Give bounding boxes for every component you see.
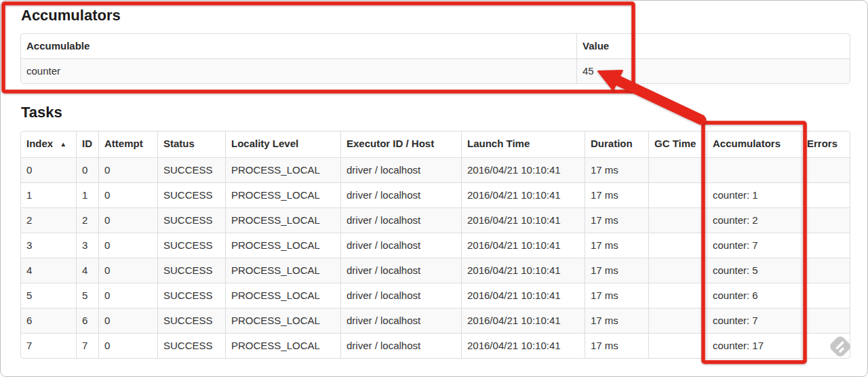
cell-status: SUCCESS (157, 157, 225, 182)
cell-id: 3 (76, 233, 98, 258)
annotation-tool-watermark-icon (827, 333, 854, 360)
column-header-launch-time[interactable]: Launch Time (461, 132, 585, 157)
cell-duration: 17 ms (585, 207, 648, 233)
table-row: 770SUCCESSPROCESS_LOCALdriver / localhos… (21, 333, 850, 358)
cell-duration: 17 ms (585, 333, 648, 358)
cell-status: SUCCESS (157, 308, 225, 333)
cell-accumulable: counter (21, 58, 576, 83)
cell-executor-id-host: driver / localhost (340, 258, 461, 283)
cell-id: 7 (76, 333, 98, 358)
column-header-label: GC Time (654, 138, 696, 149)
cell-gc-time (648, 207, 707, 233)
cell-index: 1 (21, 182, 76, 207)
cell-locality-level: PROCESS_LOCAL (225, 258, 340, 283)
cell-launch-time: 2016/04/21 10:10:41 (461, 233, 585, 258)
cell-index: 7 (21, 333, 76, 358)
column-header-label: Duration (591, 138, 633, 149)
cell-errors (801, 157, 850, 182)
cell-executor-id-host: driver / localhost (340, 157, 461, 182)
cell-index: 5 (21, 283, 76, 308)
column-header-gc-time[interactable]: GC Time (648, 132, 707, 157)
table-row: 440SUCCESSPROCESS_LOCALdriver / localhos… (21, 258, 850, 283)
accumulators-header-row: AccumulableValue (21, 34, 850, 58)
cell-accumulators: counter: 7 (707, 233, 801, 258)
cell-accumulators: counter: 17 (707, 333, 801, 358)
cell-gc-time (648, 157, 707, 182)
cell-index: 3 (21, 233, 76, 258)
column-header-label: Locality Level (231, 138, 298, 149)
column-header-errors[interactable]: Errors (801, 132, 850, 157)
sort-ascending-icon: ▲ (60, 140, 66, 148)
cell-accumulators: counter: 7 (707, 308, 801, 333)
column-header-accumulators[interactable]: Accumulators (707, 132, 801, 157)
cell-attempt: 0 (98, 333, 157, 358)
cell-accumulators: counter: 6 (707, 283, 801, 308)
spark-ui-page: Accumulators AccumulableValue counter45 … (0, 0, 868, 377)
column-header-label: Status (163, 138, 195, 149)
tasks-table: Index▲IDAttemptStatusLocality LevelExecu… (20, 131, 850, 359)
cell-attempt: 0 (98, 157, 157, 182)
column-header-value: Value (576, 34, 850, 58)
cell-id: 0 (76, 157, 98, 182)
cell-executor-id-host: driver / localhost (340, 182, 461, 207)
cell-executor-id-host: driver / localhost (340, 333, 461, 358)
cell-launch-time: 2016/04/21 10:10:41 (461, 207, 585, 233)
cell-locality-level: PROCESS_LOCAL (225, 182, 340, 207)
cell-gc-time (648, 182, 707, 207)
cell-status: SUCCESS (157, 283, 225, 308)
table-row: 110SUCCESSPROCESS_LOCALdriver / localhos… (21, 182, 850, 207)
column-header-executor-id-host[interactable]: Executor ID / Host (340, 132, 461, 157)
column-header-locality-level[interactable]: Locality Level (225, 132, 340, 157)
column-header-label: Executor ID / Host (347, 138, 434, 149)
column-header-duration[interactable]: Duration (585, 132, 648, 157)
cell-gc-time (648, 308, 707, 333)
cell-locality-level: PROCESS_LOCAL (225, 333, 340, 358)
table-row: 000SUCCESSPROCESS_LOCALdriver / localhos… (21, 157, 850, 182)
cell-errors (801, 258, 850, 283)
column-header-label: Launch Time (467, 138, 530, 149)
cell-id: 1 (76, 182, 98, 207)
cell-accumulators: counter: 2 (707, 207, 801, 233)
column-header-accumulable: Accumulable (21, 34, 576, 58)
cell-launch-time: 2016/04/21 10:10:41 (461, 182, 585, 207)
cell-value: 45 (576, 58, 850, 83)
cell-locality-level: PROCESS_LOCAL (225, 283, 340, 308)
cell-executor-id-host: driver / localhost (340, 233, 461, 258)
column-header-label: ID (82, 138, 92, 149)
cell-executor-id-host: driver / localhost (340, 207, 461, 233)
cell-launch-time: 2016/04/21 10:10:41 (461, 283, 585, 308)
column-header-index[interactable]: Index▲ (21, 132, 76, 157)
column-header-label: Accumulable (26, 40, 90, 52)
cell-errors (801, 182, 850, 207)
cell-launch-time: 2016/04/21 10:10:41 (461, 308, 585, 333)
cell-duration: 17 ms (585, 182, 648, 207)
accumulators-section-title: Accumulators (21, 7, 867, 24)
tasks-section-title: Tasks (21, 104, 867, 121)
cell-locality-level: PROCESS_LOCAL (225, 207, 340, 233)
cell-duration: 17 ms (585, 258, 648, 283)
cell-errors (801, 283, 850, 308)
cell-gc-time (648, 333, 707, 358)
cell-id: 4 (76, 258, 98, 283)
cell-errors (801, 207, 850, 233)
column-header-status[interactable]: Status (157, 132, 225, 157)
cell-attempt: 0 (98, 258, 157, 283)
cell-accumulators: counter: 1 (707, 182, 801, 207)
table-row: 550SUCCESSPROCESS_LOCALdriver / localhos… (21, 283, 850, 308)
cell-index: 2 (21, 207, 76, 233)
column-header-label: Index (26, 138, 53, 149)
cell-index: 6 (21, 308, 76, 333)
cell-status: SUCCESS (157, 207, 225, 233)
cell-attempt: 0 (98, 283, 157, 308)
cell-attempt: 0 (98, 207, 157, 233)
column-header-label: Attempt (104, 138, 143, 149)
cell-duration: 17 ms (585, 283, 648, 308)
cell-gc-time (648, 283, 707, 308)
cell-status: SUCCESS (157, 333, 225, 358)
cell-id: 6 (76, 308, 98, 333)
column-header-attempt[interactable]: Attempt (98, 132, 157, 157)
cell-executor-id-host: driver / localhost (340, 283, 461, 308)
cell-id: 2 (76, 207, 98, 233)
cell-status: SUCCESS (157, 258, 225, 283)
column-header-id[interactable]: ID (76, 132, 98, 157)
